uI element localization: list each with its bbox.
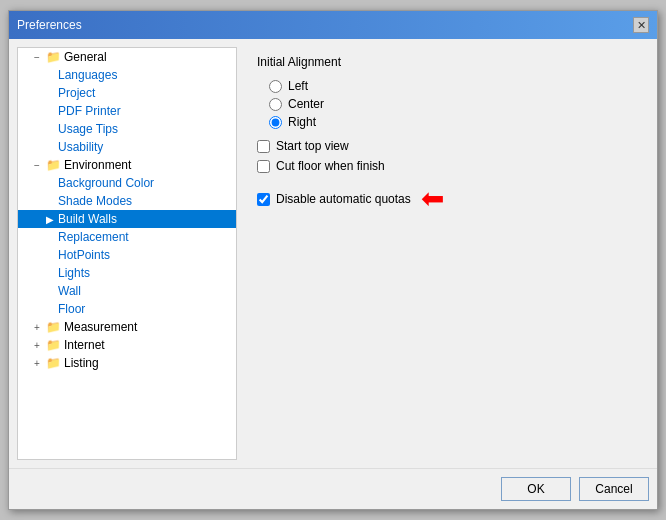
red-arrow-annotation: ⬅ — [421, 185, 444, 213]
checkbox-label-start-top-view: Start top view — [276, 139, 349, 153]
tree-item-background-color[interactable]: Background Color — [18, 174, 236, 192]
tree-label-hotpoints: HotPoints — [58, 248, 110, 262]
folder-icon-environment: 📁 — [46, 158, 61, 172]
expand-icon-listing: + — [34, 358, 46, 369]
tree-item-environment[interactable]: − 📁 Environment — [18, 156, 236, 174]
tree-label-languages: Languages — [58, 68, 117, 82]
tree-item-usage-tips[interactable]: Usage Tips — [18, 120, 236, 138]
tree-item-usability[interactable]: Usability — [18, 138, 236, 156]
expand-icon-measurement: + — [34, 322, 46, 333]
radio-left[interactable] — [269, 80, 282, 93]
tree-label-floor: Floor — [58, 302, 85, 316]
tree-item-pdf-printer[interactable]: PDF Printer — [18, 102, 236, 120]
tree-label-pdf-printer: PDF Printer — [58, 104, 121, 118]
tree-item-floor[interactable]: Floor — [18, 300, 236, 318]
tree-label-background-color: Background Color — [58, 176, 154, 190]
close-button[interactable]: ✕ — [633, 17, 649, 33]
radio-label-left: Left — [288, 79, 308, 93]
folder-icon-measurement: 📁 — [46, 320, 61, 334]
tree-label-shade-modes: Shade Modes — [58, 194, 132, 208]
dialog-footer: OK Cancel — [9, 468, 657, 509]
checkbox-disable-quotas[interactable] — [257, 193, 270, 206]
radio-center[interactable] — [269, 98, 282, 111]
tree-item-measurement[interactable]: + 📁 Measurement — [18, 318, 236, 336]
expand-icon-build-walls: ▶ — [46, 214, 58, 225]
tree-label-lights: Lights — [58, 266, 90, 280]
dialog-body: − 📁 General Languages Project PDF Printe… — [9, 39, 657, 468]
expand-icon-general: − — [34, 52, 46, 63]
folder-icon-listing: 📁 — [46, 356, 61, 370]
folder-icon-internet: 📁 — [46, 338, 61, 352]
tree-item-project[interactable]: Project — [18, 84, 236, 102]
tree-label-general: General — [64, 50, 107, 64]
tree-item-internet[interactable]: + 📁 Internet — [18, 336, 236, 354]
radio-label-right: Right — [288, 115, 316, 129]
dialog-title: Preferences — [17, 18, 82, 32]
tree-label-usage-tips: Usage Tips — [58, 122, 118, 136]
tree-item-hotpoints[interactable]: HotPoints — [18, 246, 236, 264]
tree-label-internet: Internet — [64, 338, 105, 352]
checkbox-item-disable-quotas[interactable]: Disable automatic quotas — [257, 192, 411, 206]
tree-item-wall[interactable]: Wall — [18, 282, 236, 300]
checkbox-cut-floor[interactable] — [257, 160, 270, 173]
tree-panel: − 📁 General Languages Project PDF Printe… — [17, 47, 237, 460]
tree-item-languages[interactable]: Languages — [18, 66, 236, 84]
tree-item-general[interactable]: − 📁 General — [18, 48, 236, 66]
tree-label-usability: Usability — [58, 140, 103, 154]
radio-label-center: Center — [288, 97, 324, 111]
tree-label-replacement: Replacement — [58, 230, 129, 244]
tree-label-build-walls: Build Walls — [58, 212, 117, 226]
radio-item-left[interactable]: Left — [269, 79, 637, 93]
tree-label-wall: Wall — [58, 284, 81, 298]
tree-item-replacement[interactable]: Replacement — [18, 228, 236, 246]
section-title: Initial Alignment — [257, 55, 637, 69]
cancel-button[interactable]: Cancel — [579, 477, 649, 501]
tree-label-measurement: Measurement — [64, 320, 137, 334]
folder-icon-general: 📁 — [46, 50, 61, 64]
disable-quotas-row: Disable automatic quotas ⬅ — [257, 185, 637, 213]
tree-item-lights[interactable]: Lights — [18, 264, 236, 282]
radio-right[interactable] — [269, 116, 282, 129]
preferences-dialog: Preferences ✕ − 📁 General Languages Proj… — [8, 10, 658, 510]
tree-label-project: Project — [58, 86, 95, 100]
tree-item-build-walls[interactable]: ▶ Build Walls — [18, 210, 236, 228]
radio-group-alignment: Left Center Right — [257, 79, 637, 129]
right-panel: Initial Alignment Left Center Right — [237, 39, 657, 468]
radio-item-center[interactable]: Center — [269, 97, 637, 111]
checkbox-item-cut-floor[interactable]: Cut floor when finish — [257, 159, 637, 173]
expand-icon-internet: + — [34, 340, 46, 351]
tree-label-listing: Listing — [64, 356, 99, 370]
title-bar: Preferences ✕ — [9, 11, 657, 39]
tree-item-shade-modes[interactable]: Shade Modes — [18, 192, 236, 210]
checkbox-item-start-top-view[interactable]: Start top view — [257, 139, 637, 153]
expand-icon-environment: − — [34, 160, 46, 171]
checkbox-label-cut-floor: Cut floor when finish — [276, 159, 385, 173]
tree-label-environment: Environment — [64, 158, 131, 172]
radio-item-right[interactable]: Right — [269, 115, 637, 129]
checkbox-group: Start top view Cut floor when finish Dis… — [257, 139, 637, 213]
tree-item-listing[interactable]: + 📁 Listing — [18, 354, 236, 372]
checkbox-label-disable-quotas: Disable automatic quotas — [276, 192, 411, 206]
ok-button[interactable]: OK — [501, 477, 571, 501]
checkbox-start-top-view[interactable] — [257, 140, 270, 153]
